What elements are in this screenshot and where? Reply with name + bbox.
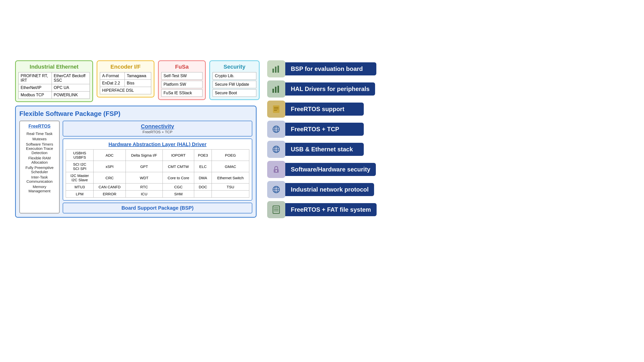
hal-drivers-icon [267,80,285,98]
main-container: Industrial Ethernet PROFINET RT, IRT Eth… [15,60,377,218]
table-cell: RTC [126,184,163,191]
freertos-support-icon [267,101,285,118]
svg-point-21 [276,170,277,172]
table-cell: Ethernet Switch [212,172,249,184]
bsp-box: Board Support Package (BSP) [63,203,252,213]
table-cell: OPC UA [52,84,90,92]
freertos-title: FreeRTOS [23,124,56,129]
encoder-hiperface-table: HIPERFACE DSL [100,87,151,94]
table-cell: USBHSUSBFS [66,150,94,161]
table-cell: EtherCAT Beckoff SSC [52,72,90,84]
table-cell: SCI I2CSCI SPI [66,161,94,172]
table-row: A-Format Tamagawa [100,72,151,80]
table-cell: CRC [94,172,126,184]
table-row: SCI I2CSCI SPI xSPI GPT CMT CMTW ELC GMA… [66,161,249,172]
right-sidebar: BSP for evaluation board HAL Drivers for… [267,60,377,218]
sidebar-label-freertos-support: FreeRTOS support [283,103,364,116]
connectivity-title: Connectivity [67,123,248,130]
hal-box: Hardware Abstraction Layer (HAL) Driver … [63,139,252,201]
table-cell: SHM [163,191,194,198]
hal-table: USBHSUSBFS ADC Delta Sigma I/F IOPORT PO… [66,149,249,198]
sec-item-fw-update: Secure FW Update [213,81,256,88]
table-cell: LPM [66,191,94,198]
table-cell: I2C MasterI2C Slave [66,172,94,184]
svg-rect-2 [277,66,279,73]
table-cell: Delta Sigma I/F [126,150,163,161]
svg-rect-3 [272,89,274,93]
freertos-item: Inter-Task Communication [23,175,56,184]
svg-rect-5 [277,86,279,93]
encoder-card: Encoder I/F A-Format Tamagawa EnDat 2.2 … [97,60,154,98]
table-row: EtherNet/IP OPC UA [19,84,90,92]
table-cell: POWERLINK [52,92,90,99]
freertos-tcp-icon [267,121,285,138]
sidebar-label-security: Software/Hardware security [283,163,376,176]
table-cell: ICU [126,191,163,198]
fusa-item-ie: FuSa IE SStack [161,89,203,97]
sidebar-label-hal-drivers: HAL Drivers for peripherals [283,82,375,96]
sidebar-label-bsp-eval: BSP for evaluation board [283,62,376,75]
table-cell: GMAC [212,161,249,172]
fusa-title: FuSa [161,64,203,70]
sidebar-item-bsp-eval: BSP for evaluation board [267,60,377,77]
fsp-inner: FreeRTOS Real-Time Task Mutexes Software… [19,121,252,213]
sidebar-item-freertos-tcp: FreeRTOS + TCP [267,121,377,138]
freertos-item: Memory Management [23,185,56,193]
table-cell: DMA [194,172,212,184]
fusa-card: FuSa Self-Test SW Platform SW FuSa IE SS… [158,60,206,100]
table-cell: CAN CANFD [94,184,126,191]
table-row: Modbus TCP POWERLINK [19,92,90,99]
industrial-ethernet-title: Industrial Ethernet [18,64,90,70]
industrial-ethernet-table: PROFINET RT, IRT EtherCAT Beckoff SSC Et… [18,72,90,99]
sec-item-crypto: Crypto Lib. [213,72,256,80]
security-title: Security [213,64,256,70]
table-cell: Biss [125,80,151,87]
svg-rect-4 [275,87,276,93]
table-row: MTU3 CAN CANFD RTC CGC DOC TSU [66,184,249,191]
fusa-item-selftest: Self-Test SW [161,72,203,80]
freertos-item: Real-Time Task [23,131,56,136]
table-row: LPM ERROR ICU SHM [66,191,249,198]
table-cell: Core to Core [163,172,194,184]
hal-title: Hardware Abstraction Layer (HAL) Driver [66,142,249,147]
table-cell: A-Format [100,72,125,80]
freertos-panel: FreeRTOS Real-Time Task Mutexes Software… [19,121,60,213]
table-cell: WDT [126,172,163,184]
svg-rect-0 [272,69,274,73]
industrial-ethernet-card: Industrial Ethernet PROFINET RT, IRT Eth… [15,60,93,102]
freertos-items: Real-Time Task Mutexes Software Timers E… [23,131,56,193]
encoder-title: Encoder I/F [100,64,151,70]
table-cell [194,191,212,198]
security-icon [267,161,285,178]
fat-filesystem-icon [267,201,285,218]
table-cell: CGC [163,184,194,191]
table-cell: CMT CMTW [163,161,194,172]
bsp-title: Board Support Package (BSP) [67,205,248,211]
table-cell: IOPORT [163,150,194,161]
sidebar-item-fat-filesystem: FreeRTOS + FAT file system [267,201,377,218]
table-cell: PROFINET RT, IRT [19,72,52,84]
connectivity-subtitle: FreeRTOS + TCP [67,130,248,134]
table-cell: MTU3 [66,184,94,191]
sidebar-item-industrial-net: Industrial network protocol [267,181,377,198]
sidebar-item-usb-ethernet: USB & Ethernet stack [267,141,377,158]
fsp-right: Connectivity FreeRTOS + TCP Hardware Abs… [63,121,252,213]
left-section: Industrial Ethernet PROFINET RT, IRT Eth… [15,60,260,218]
table-cell: Tamagawa [125,72,151,80]
sidebar-item-freertos-support: FreeRTOS support [267,101,377,118]
table-cell: POE3 [194,150,212,161]
fusa-items: Self-Test SW Platform SW FuSa IE SStack [161,72,203,97]
connectivity-box: Connectivity FreeRTOS + TCP [63,121,252,137]
table-row: HIPERFACE DSL [100,87,151,94]
freertos-item: Fully Preemptive Scheduler [23,165,56,174]
encoder-table: A-Format Tamagawa EnDat 2.2 Biss [100,72,151,87]
usb-ethernet-icon [267,141,285,158]
table-cell: ADC [94,150,126,161]
table-cell: Modbus TCP [19,92,52,99]
table-cell: EtherNet/IP [19,84,52,92]
table-cell: xSPI [94,161,126,172]
security-card: Security Crypto Lib. Secure FW Update Se… [209,60,260,100]
fusa-item-platform: Platform SW [161,81,203,88]
table-row: USBHSUSBFS ADC Delta Sigma I/F IOPORT PO… [66,150,249,161]
table-cell: POEG [212,150,249,161]
